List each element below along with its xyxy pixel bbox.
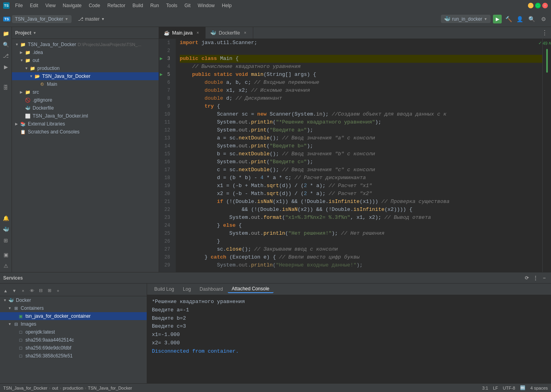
bc-item-1[interactable]: TSN_Java_for_Docker	[3, 386, 47, 390]
project-tree[interactable]: ▼ 📁 TSN_Java_for_Docker D:\Projects\Java…	[12, 39, 159, 272]
project-selector[interactable]: TSN_Java_for_Docker ▼	[12, 15, 72, 23]
search-icon[interactable]: 🔍	[527, 15, 536, 23]
docker-run-icon: 🐳	[444, 16, 450, 22]
tree-item-root[interactable]: ▼ 📁 TSN_Java_for_Docker D:\Projects\Java…	[12, 41, 159, 48]
sidebar-services-icon[interactable]: ⊞	[1, 236, 11, 245]
menu-file[interactable]: File	[12, 2, 26, 9]
svc-filter-btn[interactable]: ⊟	[37, 287, 45, 295]
console-tab-attached[interactable]: Attached Console	[228, 285, 274, 293]
rebuild-button[interactable]: 🔨	[504, 15, 513, 23]
close-button[interactable]: ×	[542, 3, 548, 8]
images-label: Images	[21, 321, 36, 327]
svc-eye-btn[interactable]: 👁	[28, 287, 36, 295]
tree-item-dockerfile[interactable]: ▶ 🐳 Dockerfile	[12, 104, 159, 112]
svc-container-item[interactable]: ▶ ▣ tsn_java_for_docker_container	[0, 312, 147, 320]
code-content[interactable]: import java.util.Scanner; public class M…	[176, 39, 542, 272]
menu-window[interactable]: Window	[194, 2, 218, 9]
sidebar-find-icon[interactable]: 🔍	[1, 40, 11, 49]
code-line-26: }	[180, 238, 542, 245]
menu-bar[interactable]: File Edit View Navigate Code Refactor Bu…	[12, 2, 235, 9]
tree-item-src[interactable]: ▶ 📁 src	[12, 88, 159, 96]
bc-sep-1: ›	[49, 386, 50, 390]
menu-refactor[interactable]: Refactor	[104, 2, 128, 9]
run-config-selector[interactable]: 🐳 run_in_docker ▼	[441, 15, 491, 23]
settings-icon[interactable]: ⚙	[539, 15, 548, 23]
sidebar-notifications-icon[interactable]: 🔔	[1, 213, 11, 223]
project-dropdown-arrow[interactable]: ▼	[33, 31, 37, 35]
tree-item-iml[interactable]: ▶ ⬜ TSN_Java_for_Docker.iml	[12, 112, 159, 120]
status-lf[interactable]: LF	[493, 386, 498, 390]
minimize-button[interactable]: −	[528, 3, 534, 8]
svc-group-btn[interactable]: ⊞	[45, 287, 53, 295]
menu-help[interactable]: Help	[219, 2, 235, 9]
tree-item-gitignore[interactable]: ▶ 🚫 .gitignore	[12, 96, 159, 104]
sidebar-project-icon[interactable]: 📁	[1, 29, 11, 38]
svc-image-sha1[interactable]: ▶ □ sha256:9aaa4462514c	[0, 336, 147, 344]
services-more-icon[interactable]: ⋮	[532, 274, 539, 282]
tree-item-idea[interactable]: ▶ 📁 .idea	[12, 48, 159, 56]
svc-images[interactable]: ▼ ⊟ Images	[0, 320, 147, 328]
tree-item-production[interactable]: ▼ 📁 production	[12, 64, 159, 72]
console-tab-log[interactable]: Log	[179, 286, 195, 293]
menu-run[interactable]: Run	[147, 2, 162, 9]
menu-navigate[interactable]: Navigate	[60, 2, 85, 9]
tab-dockerfile[interactable]: 🐳 Dockerfile ×	[206, 27, 253, 39]
tree-item-ext-libs[interactable]: ▶ 📚 External Libraries	[12, 120, 159, 128]
menu-git[interactable]: Git	[181, 2, 194, 9]
tab-dockerfile-close[interactable]: ×	[243, 30, 248, 36]
tree-item-scratches[interactable]: ▶ 📋 Scratches and Consoles	[12, 128, 159, 136]
code-line-6: double a, b, c; // Входные переменные	[180, 79, 542, 87]
bc-item-2[interactable]: out	[52, 386, 58, 390]
svc-close-btn[interactable]: ×	[19, 287, 27, 295]
tab-main-java-close[interactable]: ×	[195, 30, 200, 36]
svc-docker-root[interactable]: ▼ 🐳 Docker	[0, 296, 147, 304]
bc-item-3[interactable]: production	[63, 386, 83, 390]
error-count[interactable]: ✓ 49 ∧ ∨	[538, 41, 551, 46]
console-tab-dashboard[interactable]: Dashboard	[196, 286, 227, 293]
svc-add-btn[interactable]: +	[54, 287, 62, 295]
svc-image-sha3[interactable]: ▶ □ sha256:3858c625fe51	[0, 352, 147, 360]
tree-item-tsn-folder[interactable]: ▼ 📂 TSN_Java_for_Docker	[12, 72, 159, 80]
sidebar-docker-icon[interactable]: 🐳	[1, 224, 11, 234]
branch-selector[interactable]: ⎇ master ▼	[75, 15, 108, 23]
menu-view[interactable]: View	[42, 2, 59, 9]
menu-build[interactable]: Build	[129, 2, 146, 9]
tree-item-out[interactable]: ▼ 📁 out	[12, 56, 159, 64]
user-icon[interactable]: 👤	[515, 15, 524, 23]
menu-tools[interactable]: Tools	[163, 2, 180, 9]
tab-more-button[interactable]: ⋮	[538, 29, 551, 37]
console-tab-build-log[interactable]: Build Log	[150, 286, 178, 293]
status-encoding[interactable]: UTF-8	[503, 386, 515, 390]
maximize-button[interactable]: □	[535, 3, 541, 8]
status-indent[interactable]: 4 spaces	[530, 386, 548, 390]
tab-main-java[interactable]: ☕ Main.java ×	[159, 27, 206, 39]
tree-label-src: src	[33, 89, 39, 95]
svc-containers[interactable]: ▼ ⊞ Containers	[0, 304, 147, 312]
tree-arrow-idea: ▶	[20, 50, 25, 54]
bc-item-4[interactable]: TSN_Java_for_Docker	[88, 386, 132, 390]
code-editor[interactable]: 1 2 ▶3 4 ▶5 6 7 8 9 10 11 12 13 14 15 16…	[159, 39, 551, 272]
tree-item-main-class[interactable]: ▶ © Main	[12, 80, 159, 88]
menu-code[interactable]: Code	[85, 2, 103, 9]
run-button[interactable]: ▶	[493, 15, 502, 23]
sidebar-terminal-icon[interactable]: ▣	[1, 250, 11, 259]
sidebar-database-icon[interactable]: 🗄	[1, 83, 11, 92]
svc-image-sha2[interactable]: ▶ □ sha256:69de9dc0fdbf	[0, 344, 147, 352]
fn-main: main	[251, 71, 264, 79]
services-minimize-icon[interactable]: −	[541, 274, 548, 282]
status-position[interactable]: 3:1	[482, 386, 488, 390]
services-tree-panel[interactable]: ▲ ▼ × 👁 ⊟ ⊞ + ▼ 🐳 Docker ▼ ⊞ Containers	[0, 284, 147, 383]
tree-arrow-src: ▶	[20, 90, 25, 94]
file-icon-iml: ⬜	[25, 113, 31, 119]
code-line-24: } else {	[180, 222, 542, 230]
svc-image-openjdk[interactable]: ▶ □ openjdk:latest	[0, 328, 147, 336]
paren-open: (	[264, 71, 267, 79]
sidebar-vcs-icon[interactable]: ⎇	[1, 51, 11, 60]
sidebar-run-icon[interactable]: ▶	[1, 62, 11, 71]
code-line-8: double d; // Дискриминант	[180, 95, 542, 102]
services-refresh-icon[interactable]: ⟳	[523, 274, 530, 282]
svc-down-btn[interactable]: ▼	[10, 287, 18, 295]
menu-edit[interactable]: Edit	[27, 2, 41, 9]
sidebar-problems-icon[interactable]: ⚠	[1, 261, 11, 270]
svc-up-btn[interactable]: ▲	[2, 287, 10, 295]
